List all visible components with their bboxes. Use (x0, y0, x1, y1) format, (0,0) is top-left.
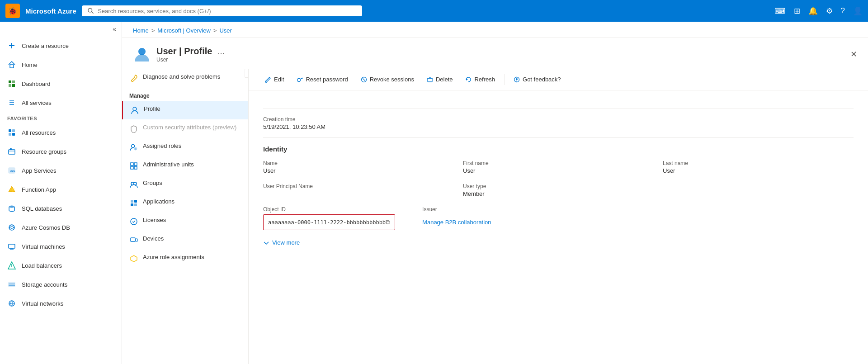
svg-line-1 (91, 12, 93, 14)
search-icon (87, 7, 94, 14)
svg-rect-46 (131, 200, 133, 203)
sub-nav-collapse-btn[interactable]: « (245, 69, 249, 78)
sidebar-item-cosmosdb[interactable]: Azure Cosmos DB (0, 218, 122, 237)
last-name-value: User (663, 167, 854, 174)
name-value: User (263, 167, 454, 174)
cloud-shell-icon[interactable]: ⌨ (774, 6, 786, 16)
svg-rect-5 (9, 80, 11, 83)
appservices-icon: </> (7, 166, 16, 175)
breadcrumb-sep2: > (213, 27, 217, 34)
view-more-button[interactable]: View more (263, 239, 854, 246)
sidebar-dashboard-label: Dashboard (22, 80, 51, 87)
svg-marker-53 (131, 255, 137, 262)
first-name-col: First name User (463, 160, 654, 174)
account-icon[interactable]: 👤 (853, 6, 863, 16)
edit-button[interactable]: Edit (259, 73, 289, 85)
sidebar-item-sqldatabases[interactable]: SQL databases (0, 199, 122, 218)
svg-rect-12 (9, 129, 11, 132)
sidebar-item-appservices[interactable]: </> App Services (0, 161, 122, 180)
svg-rect-16 (9, 150, 15, 154)
directory-icon[interactable]: ⊞ (794, 6, 800, 16)
sub-nav-diagnose-label: Diagnose and solve problems (143, 73, 220, 80)
sidebar-item-dashboard[interactable]: Dashboard (0, 74, 122, 93)
sidebar-sqldatabases-label: SQL databases (22, 205, 62, 212)
svg-rect-40 (131, 163, 133, 165)
user-icon (130, 106, 139, 115)
search-input[interactable] (98, 8, 357, 14)
delete-icon (427, 76, 433, 83)
resourcegroups-icon (7, 147, 16, 156)
page-subtitle: User (156, 57, 224, 63)
azure-roles-icon (129, 254, 138, 263)
svg-point-0 (88, 8, 92, 12)
sidebar-item-storage[interactable]: Storage accounts (0, 275, 122, 294)
sub-nav-profile[interactable]: Profile (122, 101, 248, 119)
sidebar-item-allservices[interactable]: All services (0, 93, 122, 112)
svg-point-22 (9, 206, 14, 208)
revoke-sessions-button[interactable]: Revoke sessions (355, 73, 420, 85)
breadcrumb-overview[interactable]: Microsoft | Overview (157, 27, 211, 34)
storage-icon (7, 280, 16, 289)
page-title-group: User | Profile ... User (156, 46, 224, 63)
toolbar: Edit Reset password Revoke sessions Dele… (249, 69, 868, 90)
delete-button[interactable]: Delete (421, 73, 458, 85)
edit-icon (265, 76, 271, 83)
toolbar-divider (504, 74, 505, 85)
breadcrumb-user[interactable]: User (219, 27, 231, 34)
sql-icon (7, 204, 16, 213)
vnet-icon (7, 299, 16, 308)
notifications-icon[interactable]: 🔔 (808, 6, 818, 16)
feedback-button[interactable]: Got feedback? (508, 73, 566, 85)
close-button[interactable]: ✕ (850, 49, 857, 59)
refresh-button[interactable]: Refresh (460, 73, 500, 85)
sidebar-item-lb[interactable]: Load balancers (0, 256, 122, 275)
reset-password-button[interactable]: Reset password (291, 73, 353, 85)
sidebar-item-functionapp[interactable]: ⚡ Function App (0, 180, 122, 199)
sub-nav-applications[interactable]: Applications (122, 194, 248, 212)
sub-nav-azure-roles[interactable]: Azure role assignments (122, 249, 248, 268)
sidebar-item-allresources[interactable]: All resources (0, 123, 122, 142)
sidebar-item-vms[interactable]: Virtual machines (0, 237, 122, 256)
resources-icon (7, 128, 16, 137)
creation-time-section: Creation time 5/19/2021, 10:23:50 AM (263, 116, 854, 130)
object-id-value: aaaaaaaa-0000-1111-2222-bbbbbbbbbbbb (268, 219, 386, 226)
applications-icon (129, 199, 138, 208)
sidebar-appservices-label: App Services (22, 167, 57, 174)
feedback-icon (514, 76, 520, 83)
sub-nav-assigned-roles-label: Assigned roles (143, 142, 181, 149)
breadcrumb-sep1: > (151, 27, 155, 34)
sidebar-item-home[interactable]: Home (0, 55, 122, 74)
manage-b2b-link[interactable]: Manage B2B collaboration (422, 219, 491, 226)
object-id-box: aaaaaaaa-0000-1111-2222-bbbbbbbbbbbb ⧉ (263, 214, 395, 230)
sub-nav-groups[interactable]: Groups (122, 175, 248, 194)
svg-point-35 (138, 48, 146, 55)
svg-rect-49 (134, 203, 137, 206)
search-bar[interactable] (82, 5, 362, 16)
upn-col: User Principal Name (263, 183, 454, 197)
svg-line-60 (363, 78, 365, 81)
sub-nav-devices[interactable]: Devices (122, 231, 248, 249)
sub-nav-diagnose[interactable]: Diagnose and solve problems (122, 69, 248, 87)
svg-rect-14 (9, 133, 11, 136)
sub-nav-custom-security[interactable]: Custom security attributes (preview) (122, 119, 248, 138)
svg-rect-51 (131, 238, 135, 241)
more-options-icon[interactable]: ... (217, 47, 224, 56)
chevron-down-icon (263, 240, 269, 246)
settings-icon[interactable]: ⚙ (826, 6, 833, 16)
functionapp-icon: ⚡ (7, 185, 16, 194)
sidebar-item-vnet[interactable]: Virtual networks (0, 294, 122, 313)
breadcrumb-home[interactable]: Home (133, 27, 149, 34)
help-icon[interactable]: ? (841, 6, 845, 15)
sidebar-collapse-btn[interactable]: « (0, 22, 122, 36)
sub-nav-manage-label: Manage (122, 87, 248, 101)
sub-nav-admin-units[interactable]: Administrative units (122, 156, 248, 175)
svg-text:+: + (135, 147, 137, 151)
copy-icon[interactable]: ⧉ (386, 218, 390, 226)
sidebar-allservices-label: All services (22, 99, 52, 106)
svg-point-65 (516, 81, 517, 82)
sub-nav-assigned-roles[interactable]: + Assigned roles (122, 138, 248, 156)
sub-nav-licenses[interactable]: Licenses (122, 212, 248, 231)
sidebar-item-create[interactable]: Create a resource (0, 36, 122, 55)
sidebar-item-resourcegroups[interactable]: Resource groups (0, 142, 122, 161)
first-name-value: User (463, 167, 654, 174)
